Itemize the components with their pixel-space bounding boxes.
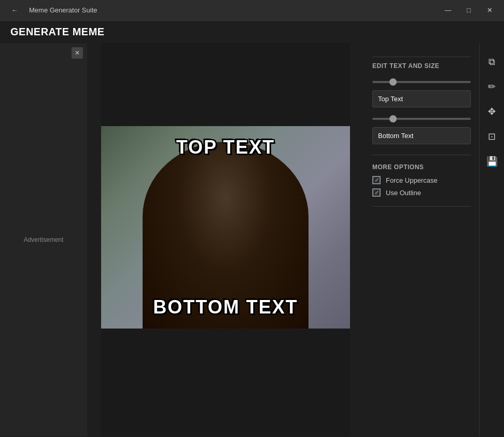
more-options-label: MORE OPTIONS <box>372 163 471 171</box>
maximize-button[interactable]: □ <box>460 2 477 19</box>
use-outline-row: Use Outline <box>372 188 471 197</box>
crop-icon: ⊡ <box>488 131 496 142</box>
top-separator <box>372 57 471 57</box>
copy-icon: ⧉ <box>488 57 495 67</box>
meme-canvas: TOP TEXT BOTTOM TEXT <box>101 43 350 436</box>
meme-image: TOP TEXT BOTTOM TEXT <box>101 126 350 329</box>
pen-button[interactable]: ✏ <box>482 76 502 97</box>
top-text-slider-container <box>372 76 471 85</box>
bottom-text-input[interactable] <box>372 127 471 144</box>
use-outline-label: Use Outline <box>386 189 421 197</box>
close-button[interactable]: ✕ <box>481 2 498 19</box>
copy-layout-button[interactable]: ⧉ <box>482 51 502 72</box>
move-button[interactable]: ✥ <box>482 101 502 122</box>
force-uppercase-row: Force Uppercase <box>372 176 471 184</box>
bottom-text-slider-container <box>372 113 471 122</box>
meme-bottom-text: BOTTOM TEXT <box>101 296 350 318</box>
edit-text-section-label: EDIT TEXT AND SIZE <box>372 62 471 70</box>
window-controls: — □ ✕ <box>440 2 498 19</box>
top-text-size-slider[interactable] <box>372 81 471 83</box>
save-button[interactable]: 💾 <box>482 151 502 172</box>
right-panel: EDIT TEXT AND SIZE MORE OPTIONS <box>364 43 504 436</box>
titlebar-left: ← Meme Generator Suite <box>6 2 97 19</box>
force-uppercase-label: Force Uppercase <box>386 176 438 184</box>
meme-top-text: TOP TEXT <box>101 136 350 158</box>
main-content: ✕ Advertisement TOP TEXT BOTTOM TEXT EDI… <box>0 43 504 436</box>
meme-area: TOP TEXT BOTTOM TEXT <box>87 43 364 436</box>
left-sidebar: ✕ Advertisement <box>0 43 87 436</box>
pen-icon: ✏ <box>488 81 496 92</box>
titlebar: ← Meme Generator Suite — □ ✕ <box>0 0 504 21</box>
right-toolbar: ⧉ ✏ ✥ ⊡ 💾 <box>479 43 504 436</box>
meme-bottom-padding <box>101 329 350 436</box>
page-title: GENERATE MEME <box>10 26 105 37</box>
app-title: Meme Generator Suite <box>29 6 97 14</box>
back-button[interactable]: ← <box>6 2 23 19</box>
ad-label: Advertisement <box>24 236 64 243</box>
minimize-button[interactable]: — <box>440 2 456 19</box>
use-outline-checkbox[interactable] <box>372 188 381 197</box>
top-text-slider-row <box>372 76 471 85</box>
bottom-separator <box>372 206 471 207</box>
options-panel: EDIT TEXT AND SIZE MORE OPTIONS <box>364 43 479 436</box>
sidebar-close-button[interactable]: ✕ <box>72 47 83 59</box>
move-icon: ✥ <box>488 106 496 117</box>
middle-separator <box>372 155 471 155</box>
bottom-text-size-slider[interactable] <box>372 118 471 120</box>
top-text-input[interactable] <box>372 90 471 107</box>
force-uppercase-checkbox[interactable] <box>372 176 381 184</box>
crop-button[interactable]: ⊡ <box>482 126 502 147</box>
meme-background: TOP TEXT BOTTOM TEXT <box>101 126 350 329</box>
bottom-text-slider-row <box>372 113 471 122</box>
save-icon: 💾 <box>486 156 498 167</box>
meme-top-padding <box>101 43 350 126</box>
page-header: GENERATE MEME <box>0 21 504 43</box>
